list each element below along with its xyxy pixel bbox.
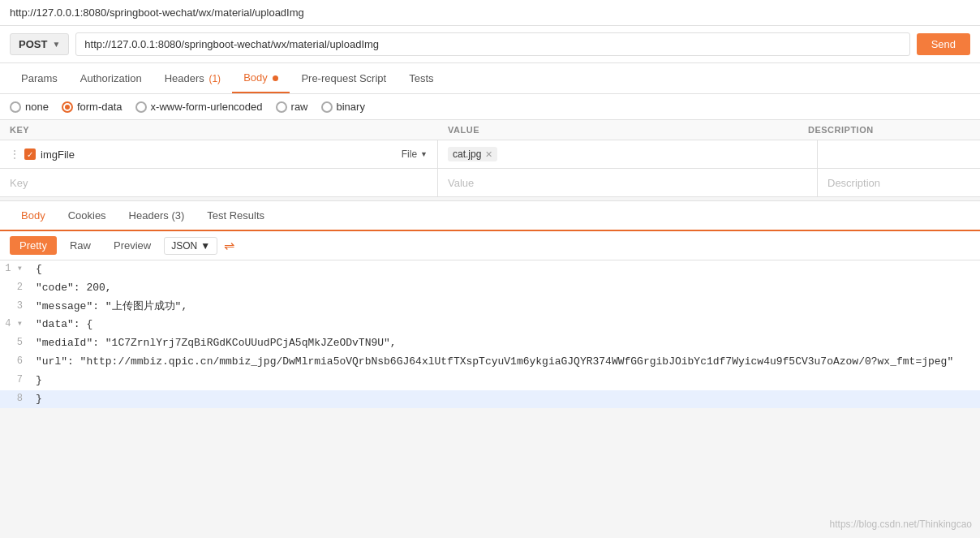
radio-raw[interactable]: raw <box>276 101 308 113</box>
radio-formdata[interactable]: form-data <box>62 101 122 113</box>
radio-binary[interactable]: binary <box>321 101 365 113</box>
remove-file-icon[interactable]: ✕ <box>485 149 492 160</box>
radio-none-dot <box>10 101 21 113</box>
line-number: 4 ▾ <box>0 316 32 332</box>
line-content: "code": 200, <box>32 280 980 297</box>
row-checkbox-1[interactable]: ✓ <box>24 148 36 160</box>
key-placeholder: Key <box>10 177 28 189</box>
value-placeholder: Value <box>448 177 474 189</box>
tab-params[interactable]: Params <box>10 64 69 93</box>
json-line: 4 ▾ "data": { <box>0 316 980 334</box>
radio-urlencoded[interactable]: x-www-form-urlencoded <box>135 101 263 113</box>
tab-tests[interactable]: Tests <box>398 64 445 93</box>
title-bar: http://127.0.0.1:8080/springboot-wechat/… <box>0 0 980 26</box>
value-cell-2[interactable]: Value <box>438 169 818 196</box>
url-input[interactable] <box>75 32 909 56</box>
json-line: 8} <box>0 390 980 409</box>
radio-binary-dot <box>321 101 333 113</box>
tab-authorization[interactable]: Authorization <box>69 64 153 93</box>
view-raw-button[interactable]: Raw <box>60 236 101 255</box>
line-content: { <box>32 261 980 278</box>
drag-handle-icon[interactable]: ⋮ <box>10 148 19 160</box>
table-row: ⋮ ✓ imgFile File ▼ cat.jpg ✕ <box>0 140 980 169</box>
response-tabs-row: Body Cookies Headers (3) Test Results <box>0 200 980 231</box>
desc-cell-1[interactable] <box>818 140 980 168</box>
line-number: 5 <box>0 335 32 351</box>
line-content: "message": "上传图片成功", <box>32 299 980 316</box>
headers-response-badge: (3) <box>171 209 184 222</box>
json-line: 2 "code": 200, <box>0 279 980 298</box>
line-number: 1 ▾ <box>0 261 32 277</box>
line-content: "data": { <box>32 316 980 334</box>
radio-formdata-dot <box>62 101 73 113</box>
body-dot <box>273 75 278 81</box>
view-preview-button[interactable]: Preview <box>104 236 161 255</box>
json-line: 5 "mediaId": "1C7ZrnlYrj7ZqBiRGdKCoUUudP… <box>0 334 980 353</box>
response-tab-cookies[interactable]: Cookies <box>57 201 118 230</box>
line-content: "url": "http://mmbiz.qpic.cn/mmbiz_jpg/D… <box>32 354 980 371</box>
radio-raw-label: raw <box>291 101 308 113</box>
method-chevron-icon: ▼ <box>52 40 60 49</box>
tab-body[interactable]: Body <box>232 63 290 93</box>
table-row-empty: Key Value Description <box>0 169 980 197</box>
key-cell-1: ⋮ ✓ imgFile File ▼ <box>0 140 438 168</box>
json-panel: 1 ▾{2 "code": 200,3 "message": "上传图片成功",… <box>0 260 980 408</box>
radio-none[interactable]: none <box>10 101 49 113</box>
line-content: } <box>32 391 980 408</box>
table-header: KEY VALUE DESCRIPTION <box>0 120 980 140</box>
file-type-tag[interactable]: File ▼ <box>402 148 428 160</box>
key-cell-2[interactable]: Key <box>0 169 438 196</box>
format-chevron-icon: ▼ <box>200 240 210 252</box>
radio-urlencoded-label: x-www-form-urlencoded <box>151 101 263 113</box>
desc-cell-2[interactable]: Description <box>818 169 980 196</box>
file-type-chevron-icon: ▼ <box>420 150 428 158</box>
json-line: 3 "message": "上传图片成功", <box>0 298 980 316</box>
line-number: 6 <box>0 354 32 369</box>
radio-urlencoded-dot <box>135 101 147 113</box>
line-number: 3 <box>0 299 32 314</box>
value-tag: cat.jpg ✕ <box>448 147 497 161</box>
json-line: 6 "url": "http://mmbiz.qpic.cn/mmbiz_jpg… <box>0 353 980 372</box>
response-tab-headers[interactable]: Headers (3) <box>118 201 196 230</box>
value-filename: cat.jpg <box>453 148 481 160</box>
method-label: POST <box>19 38 47 50</box>
method-select[interactable]: POST ▼ <box>10 33 69 55</box>
format-select[interactable]: JSON ▼ <box>164 237 217 255</box>
wrap-icon[interactable]: ⇌ <box>224 238 234 253</box>
line-content: "mediaId": "1C7ZrnlYrj7ZqBiRGdKCoUUudPCj… <box>32 335 980 352</box>
method-bar: POST ▼ Send <box>0 26 980 63</box>
col-value: VALUE <box>448 125 808 135</box>
tab-prerequest[interactable]: Pre-request Script <box>290 64 398 93</box>
send-button[interactable]: Send <box>917 33 970 55</box>
radio-formdata-label: form-data <box>77 101 122 113</box>
radio-none-label: none <box>25 101 49 113</box>
response-tab-body[interactable]: Body <box>10 201 57 231</box>
value-cell-1: cat.jpg ✕ <box>438 140 818 168</box>
radio-raw-dot <box>276 101 287 113</box>
radio-binary-label: binary <box>337 101 365 113</box>
json-line: 1 ▾{ <box>0 260 980 279</box>
line-number: 2 <box>0 280 32 295</box>
key-text-1[interactable]: imgFile <box>41 148 75 161</box>
body-options: none form-data x-www-form-urlencoded raw… <box>0 94 980 120</box>
response-tab-testresults[interactable]: Test Results <box>196 201 276 230</box>
json-line: 7 } <box>0 372 980 390</box>
desc-placeholder: Description <box>827 177 880 189</box>
view-pretty-button[interactable]: Pretty <box>10 236 57 255</box>
response-toolbar: Pretty Raw Preview JSON ▼ ⇌ <box>0 231 980 260</box>
file-type-label: File <box>402 148 417 160</box>
request-tabs-row: Params Authorization Headers (1) Body Pr… <box>0 63 980 94</box>
line-content: } <box>32 372 980 390</box>
col-key: KEY <box>10 125 448 135</box>
line-number: 8 <box>0 391 32 407</box>
line-number: 7 <box>0 372 32 388</box>
headers-badge: (1) <box>208 73 221 84</box>
format-label: JSON <box>171 240 197 252</box>
col-description: DESCRIPTION <box>808 125 970 135</box>
tab-headers[interactable]: Headers (1) <box>153 64 232 93</box>
title-url: http://127.0.0.1:8080/springboot-wechat/… <box>10 6 304 19</box>
